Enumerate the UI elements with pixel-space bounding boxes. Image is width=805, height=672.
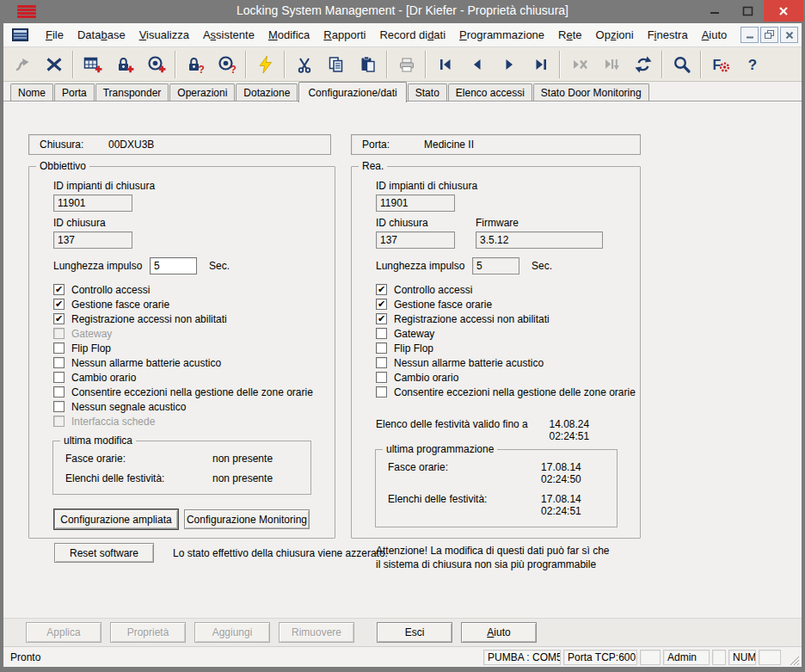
refresh-button[interactable]: [627, 50, 659, 79]
aiuto-button[interactable]: Aiuto: [461, 622, 537, 643]
reject-button[interactable]: [38, 50, 70, 79]
target-pulse-field[interactable]: [150, 257, 197, 274]
actual-groupbox: Rea. ID impianti di chiusura ID chiusura…: [351, 166, 641, 539]
tab-stato-door-monitoring[interactable]: Stato Door Monitoring: [533, 83, 649, 102]
tab-porta[interactable]: Porta: [54, 83, 95, 102]
checkbox[interactable]: [376, 357, 387, 368]
window-close-button[interactable]: [764, 0, 803, 22]
checkbox[interactable]: [376, 342, 387, 354]
window-maximize-button[interactable]: [731, 0, 764, 22]
program-lightning-icon: [256, 55, 275, 74]
checkbox[interactable]: ✔: [376, 299, 387, 310]
tab-operazioni[interactable]: Operazioni: [169, 83, 235, 102]
help-icon: ?: [743, 55, 762, 74]
checkbox[interactable]: [53, 372, 65, 383]
menu-programmazione[interactable]: Programmazione: [452, 26, 551, 44]
lock-label: Chiusura:: [29, 139, 108, 151]
firmware-label: Firmware: [476, 217, 603, 229]
esci-button[interactable]: Esci: [377, 622, 452, 643]
checkbox-row-controllo-accessi: ✔Controllo accessi: [376, 282, 631, 297]
checkbox-row-controllo-accessi: ✔Controllo accessi: [53, 282, 326, 297]
tab-configurazione-dati[interactable]: Configurazione/dati: [298, 82, 406, 102]
menu-visualizza[interactable]: Visualizza: [132, 26, 196, 44]
filter-settings-button[interactable]: F: [704, 50, 736, 79]
tab-elenco-accessi[interactable]: Elenco accessi: [448, 83, 532, 102]
program-button[interactable]: [249, 50, 281, 79]
checkbox[interactable]: [376, 386, 387, 398]
tab-nome[interactable]: Nome: [10, 83, 53, 102]
tab-dotazione[interactable]: Dotazione: [236, 83, 298, 102]
cut-button[interactable]: [288, 50, 320, 79]
menu-finestra[interactable]: Finestra: [641, 26, 695, 44]
first-record-button[interactable]: [429, 50, 461, 79]
tab-transponder[interactable]: Transponder: [95, 83, 169, 102]
menu-modifica[interactable]: Modifica: [261, 26, 316, 44]
checkbox[interactable]: ✔: [376, 313, 387, 324]
actual-pulse-field: [472, 257, 519, 274]
menu-file[interactable]: File: [39, 26, 71, 44]
time-zones-label: Fasce orarie:: [388, 461, 541, 485]
search-icon: [673, 55, 691, 74]
menu-assistente[interactable]: Assistente: [196, 26, 261, 44]
tab-stato[interactable]: Stato: [408, 83, 447, 102]
checkbox-label: Consentire eccezioni nella gestione dell…: [394, 386, 636, 398]
checkbox[interactable]: ✔: [53, 313, 65, 324]
checkbox-row-interfaccia-schede: Interfaccia schede: [53, 414, 326, 428]
checkbox[interactable]: ✔: [53, 284, 65, 295]
monitoring-configuration-button[interactable]: Configurazione Monitoring: [184, 509, 310, 529]
extended-configuration-button[interactable]: Configurazione ampliata: [54, 509, 178, 529]
app-window: Locking System Management - [Dr Kiefer -…: [0, 0, 805, 672]
actual-system-id-label: ID impianti di chiusura: [376, 180, 631, 192]
checkbox[interactable]: [53, 386, 65, 398]
checkbox[interactable]: [53, 401, 65, 412]
toolbar-separator: [425, 51, 427, 78]
checkbox-label: Cambio orario: [71, 372, 136, 384]
undo-button: [6, 50, 38, 79]
delete-record-button: [563, 50, 595, 79]
help-button[interactable]: ?: [736, 50, 768, 79]
menu-opzioni[interactable]: Opzioni: [589, 26, 641, 44]
reject-icon: [45, 55, 64, 74]
new-lock-button[interactable]: [108, 50, 140, 79]
menu-database[interactable]: Database: [71, 26, 132, 44]
read-transponder-button[interactable]: ?: [211, 50, 243, 79]
new-transponder-button[interactable]: [140, 50, 172, 79]
reset-software-button[interactable]: Reset software: [54, 543, 154, 563]
new-matrix-button[interactable]: [77, 50, 108, 79]
checkbox[interactable]: [53, 357, 65, 368]
undo-icon: [13, 55, 32, 74]
window-minimize-button[interactable]: [698, 0, 731, 22]
checkbox[interactable]: [376, 328, 387, 339]
actual-group-title: Rea.: [359, 160, 387, 172]
copy-button[interactable]: [320, 50, 352, 79]
next-record-button[interactable]: [493, 50, 525, 79]
checkbox-label: Cambio orario: [394, 372, 458, 384]
last-record-button[interactable]: [525, 50, 556, 79]
menu-rapporti[interactable]: Rapporti: [316, 26, 372, 44]
menu-record-didati[interactable]: Record didati: [372, 26, 452, 44]
menu-items: FileDatabaseVisualizzaAssistenteModifica…: [39, 26, 740, 44]
menu-aiuto[interactable]: Aiuto: [695, 26, 734, 44]
actual-system-id-field: [376, 194, 455, 212]
checkbox[interactable]: ✔: [376, 284, 387, 295]
checkbox[interactable]: [376, 372, 387, 383]
status-panel-empty: [640, 650, 661, 665]
child-restore-button[interactable]: [760, 27, 778, 43]
child-minimize-button[interactable]: [740, 27, 759, 43]
read-lock-button[interactable]: ?: [179, 50, 211, 79]
previous-record-button[interactable]: [461, 50, 493, 79]
target-pulse-unit: Sec.: [209, 260, 230, 272]
resize-grip-icon[interactable]: [788, 654, 800, 666]
checkbox-row-gestione-fasce-orarie: ✔Gestione fasce orarie: [376, 297, 631, 311]
last-programming-group: ultima programmazione Fasce orarie:17.08…: [375, 449, 618, 527]
checkbox[interactable]: [53, 342, 65, 354]
checkbox: [53, 328, 65, 339]
checkbox-label: Registrazione accessi non abilitati: [394, 313, 550, 325]
window-title: Locking System Management - [Dr Kiefer -…: [0, 3, 805, 17]
checkbox[interactable]: ✔: [53, 299, 65, 310]
search-button[interactable]: [666, 50, 697, 79]
paste-button[interactable]: [352, 50, 384, 79]
child-close-button[interactable]: [780, 27, 798, 43]
menu-rete[interactable]: Rete: [551, 26, 588, 44]
time-zones-label: Fasce orarie:: [65, 453, 212, 465]
